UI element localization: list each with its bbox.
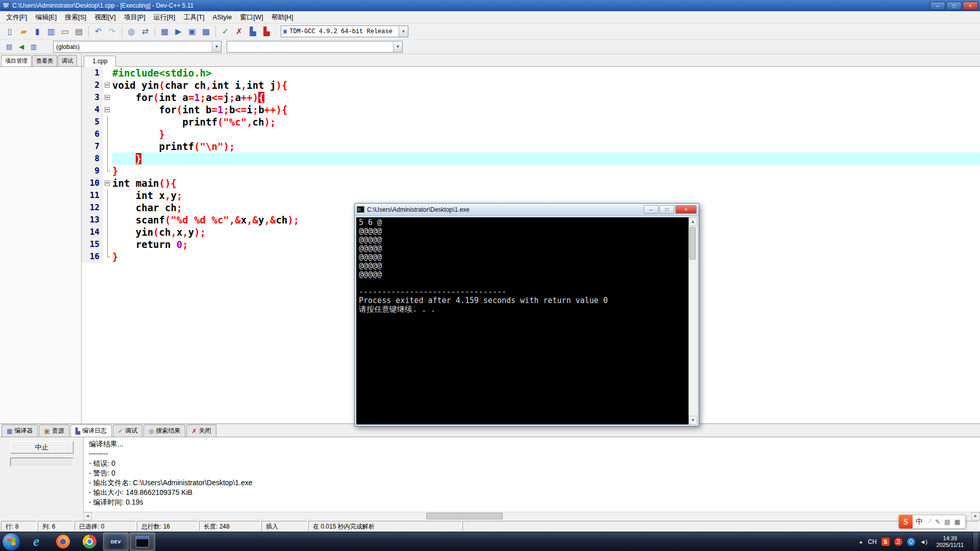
taskbar-item-firefox[interactable] xyxy=(50,533,76,551)
chevron-down-icon[interactable]: ▼ xyxy=(212,41,221,52)
globals-combobox[interactable]: (globals) ▼ xyxy=(53,41,222,53)
bottom-tab-debug[interactable]: ✓调试 xyxy=(113,424,142,437)
code-line-text[interactable]: for(int b=1;b<=i;b++){ xyxy=(112,104,980,116)
scroll-right-icon[interactable]: ► xyxy=(971,512,980,520)
bottom-tab-compile-log[interactable]: ▙编译日志 xyxy=(70,424,112,437)
code-line-text[interactable]: } xyxy=(112,153,980,165)
taskbar-item-console[interactable] xyxy=(130,533,155,551)
open-button[interactable]: ▰ xyxy=(17,24,31,38)
console-text[interactable]: 5 6 @@@@@@@@@@@@@@@@@@@@@@@@@@@@@@@ ----… xyxy=(356,217,689,424)
menu-item-5[interactable]: 运行[R] xyxy=(150,11,180,23)
fold-box-icon[interactable] xyxy=(105,181,110,186)
code-line-text[interactable]: int x,y; xyxy=(112,189,980,202)
code-line-text[interactable]: for(int a=1;a<=j;a++){ xyxy=(112,91,980,104)
menu-item-9[interactable]: 帮助[H] xyxy=(267,11,298,23)
new-file-button[interactable]: ▯ xyxy=(3,24,17,38)
abort-button[interactable]: 中止 xyxy=(10,441,74,454)
log-horizontal-scrollbar[interactable]: ◄ ► xyxy=(83,512,980,520)
show-desktop-button[interactable] xyxy=(972,532,978,551)
profile-delete-button[interactable]: ▙ xyxy=(260,24,274,38)
language-indicator[interactable]: CH xyxy=(868,538,876,545)
profile-button[interactable]: ▙ xyxy=(246,24,260,38)
menu-item-3[interactable]: 视图[V] xyxy=(90,11,120,23)
undo-button[interactable]: ↶ xyxy=(91,24,105,38)
sogou-logo-icon[interactable]: S xyxy=(899,515,913,529)
fold-box-icon[interactable] xyxy=(105,95,110,100)
taskbar-item-devcpp[interactable]: DEV xyxy=(103,533,129,551)
menu-item-8[interactable]: 窗口[W] xyxy=(236,11,267,23)
taskbar-clock[interactable]: 14:39 2025/11/11 xyxy=(933,535,968,548)
sogou-tray-icon[interactable]: S xyxy=(881,538,890,546)
menu-item-7[interactable]: AStyle xyxy=(209,12,236,22)
chevron-down-icon[interactable]: ▼ xyxy=(399,26,408,37)
goto-definition-button[interactable]: ◀ xyxy=(15,41,28,53)
members-combobox[interactable]: ▼ xyxy=(227,41,403,53)
console-vertical-scrollbar[interactable]: ▲ ▼ xyxy=(689,217,697,424)
console-close-button[interactable]: × xyxy=(675,205,697,214)
sogou-mode-indicator[interactable]: 中 xyxy=(913,517,926,527)
scroll-down-icon[interactable]: ▼ xyxy=(689,416,697,424)
editor-tab-1cpp[interactable]: 1.cpp xyxy=(84,56,116,67)
code-line-text[interactable]: #include<stdio.h> xyxy=(112,67,980,79)
compiler-combobox[interactable]: ▣ TDM-GCC 4.9.2 64-bit Release ▼ xyxy=(281,26,408,37)
maximize-button[interactable]: □ xyxy=(946,2,962,10)
code-line-text[interactable]: } xyxy=(112,165,980,177)
code-line-text[interactable]: int main(){ xyxy=(112,177,980,189)
save-all-button[interactable]: ▥ xyxy=(44,24,58,38)
toolbox-icon[interactable]: ▦ xyxy=(952,518,962,525)
print-button[interactable]: ▤ xyxy=(72,24,86,38)
syntax-check-button[interactable]: ✓ xyxy=(218,24,232,38)
code-line-text[interactable]: void yin(char ch,int i,int j){ xyxy=(112,79,980,91)
scroll-thumb[interactable] xyxy=(426,513,503,519)
goto-declaration-button[interactable]: ▤ xyxy=(3,41,15,53)
compile-log-text[interactable]: 编译结果...--------- 错误: 0- 警告: 0- 输出文件名: C:… xyxy=(83,437,980,512)
menu-item-6[interactable]: 工具[T] xyxy=(179,11,208,23)
replace-button[interactable]: ⇄ xyxy=(138,24,152,38)
taskbar-item-chrome[interactable] xyxy=(77,533,102,551)
bottom-tab-resources[interactable]: ▣资源 xyxy=(39,424,69,437)
taskbar-item-ie[interactable]: e xyxy=(23,533,49,551)
bottom-tab-compiler[interactable]: ▦编译器 xyxy=(2,424,38,437)
pen-icon[interactable]: ✎ xyxy=(933,518,942,525)
chat-tray-icon[interactable]: Q xyxy=(907,538,915,546)
menu-item-0[interactable]: 文件[F] xyxy=(2,11,31,23)
menu-item-2[interactable]: 搜索[S] xyxy=(61,11,90,23)
punctuation-icon[interactable]: ·' xyxy=(926,518,933,525)
class-browser-button[interactable]: ▥ xyxy=(28,41,40,53)
volume-icon[interactable]: ◄) xyxy=(920,538,928,546)
console-maximize-button[interactable]: □ xyxy=(659,205,674,214)
security-tray-icon[interactable]: 卫 xyxy=(894,538,902,546)
project-tree[interactable] xyxy=(0,66,81,423)
scroll-thumb[interactable] xyxy=(689,227,696,260)
console-title-bar[interactable]: C C:\Users\Administrator\Desktop\1.exe –… xyxy=(355,204,699,216)
minimize-button[interactable]: – xyxy=(930,2,945,10)
console-minimize-button[interactable]: – xyxy=(644,205,658,214)
save-button[interactable]: ▮ xyxy=(31,24,44,38)
console-window[interactable]: C C:\Users\Administrator\Desktop\1.exe –… xyxy=(354,203,699,427)
code-line-text[interactable]: } xyxy=(112,128,980,140)
close-button[interactable]: × xyxy=(963,2,978,10)
code-line-text[interactable]: printf("\n"); xyxy=(112,140,980,153)
find-button[interactable]: ◎ xyxy=(125,24,138,38)
scroll-track[interactable] xyxy=(92,512,971,520)
redo-button[interactable]: ↷ xyxy=(105,24,119,38)
start-button[interactable] xyxy=(2,533,20,551)
compile-run-button[interactable]: ▣ xyxy=(185,24,199,38)
run-button[interactable]: ▶ xyxy=(172,24,185,38)
compile-button[interactable]: ▦ xyxy=(158,24,172,38)
chevron-down-icon[interactable]: ▼ xyxy=(393,41,402,52)
sidebar-tab-2[interactable]: 调试 xyxy=(58,55,77,66)
bottom-tab-search-results[interactable]: ◎搜索结果 xyxy=(143,424,185,437)
menu-item-1[interactable]: 编辑[E] xyxy=(31,11,61,23)
title-bar[interactable]: D C:\Users\Administrator\Desktop\1.cpp -… xyxy=(0,0,980,11)
rebuild-button[interactable]: ▩ xyxy=(199,24,213,38)
sogou-input-bar[interactable]: S 中 ·'✎▤▦ xyxy=(898,515,966,529)
stop-execution-button[interactable]: ✗ xyxy=(232,24,246,38)
menu-item-4[interactable]: 项目[P] xyxy=(120,11,150,23)
sidebar-tab-0[interactable]: 项目管理 xyxy=(1,55,32,66)
code-line-text[interactable]: printf("%c",ch); xyxy=(112,116,980,128)
scroll-up-icon[interactable]: ▲ xyxy=(689,217,697,226)
bottom-tab-close-panel[interactable]: ✗关闭 xyxy=(186,424,216,437)
keyboard-icon[interactable]: ▤ xyxy=(942,518,952,525)
sidebar-tab-1[interactable]: 查看类 xyxy=(32,55,57,66)
